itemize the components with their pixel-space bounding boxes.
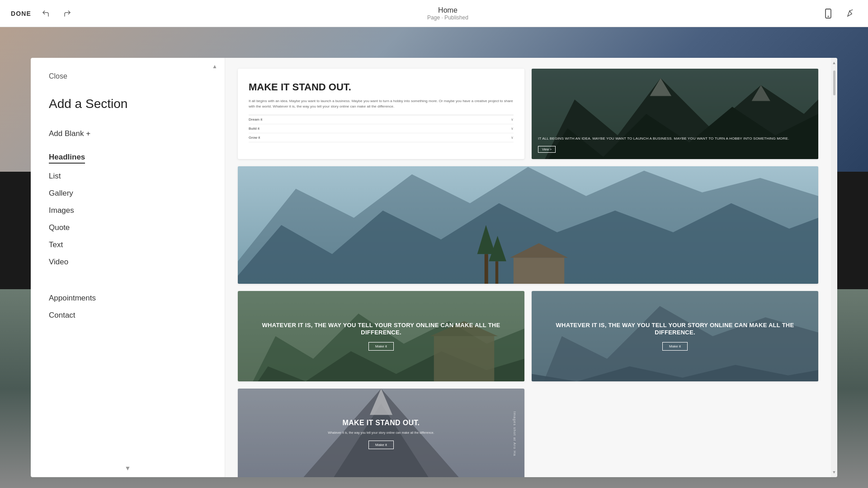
close-button[interactable]: Close: [49, 72, 67, 80]
scrollbar-track[interactable]: ▲ ▼: [831, 58, 837, 477]
card-bl-headline: WHATEVER IT IS, THE WAY YOU TELL YOUR ST…: [541, 322, 809, 336]
preview-content-area[interactable]: MAKE IT STAND OUT. It all begins with an…: [225, 58, 831, 477]
redo-button[interactable]: [60, 6, 75, 21]
preview-card-bottom-right[interactable]: MAKE IT STAND OUT. Whatever it is, the w…: [238, 389, 524, 477]
sidebar-item-appointments[interactable]: Appointments: [49, 294, 207, 303]
add-blank-button[interactable]: Add Blank +: [49, 129, 90, 138]
done-button[interactable]: DONE: [11, 10, 31, 17]
sidebar: ▲ Close Add a Section Add Blank + Headli…: [31, 58, 225, 477]
card-br-content: MAKE IT STAND OUT. Whatever it is, the w…: [238, 389, 524, 477]
card1-row-1-label: Build it: [249, 127, 259, 131]
scrollbar-down-arrow[interactable]: ▼: [832, 470, 836, 474]
sidebar-item-headlines[interactable]: Headlines: [49, 153, 207, 164]
sidebar-item-images[interactable]: Images: [49, 206, 207, 215]
section-type-nav: Headlines List Gallery Images Quote Text…: [49, 153, 207, 320]
card3-headline: WHATEVER IT IS, THE WAY YOU TELL YOUR ST…: [247, 322, 515, 336]
preview-card-3[interactable]: WHATEVER IT IS, THE WAY YOU TELL YOUR ST…: [238, 291, 524, 381]
card1-row-2: Grow it ∨: [249, 133, 514, 142]
scroll-up-arrow: ▲: [212, 63, 217, 70]
edit-icon: [845, 9, 854, 18]
toolbar-center: Home Page · Published: [427, 6, 468, 21]
sidebar-item-list[interactable]: List: [49, 172, 207, 181]
sidebar-item-text[interactable]: Text: [49, 240, 207, 249]
mobile-preview-button[interactable]: [821, 6, 835, 21]
card3-content: WHATEVER IT IS, THE WAY YOU TELL YOUR ST…: [238, 291, 524, 381]
card1-row-2-label: Grow it: [249, 136, 260, 140]
card-br-btn[interactable]: Make it: [368, 441, 394, 449]
preview-card-bottom-left[interactable]: WHATEVER IT IS, THE WAY YOU TELL YOUR ST…: [532, 291, 818, 381]
card1-body: It all begins with an idea. Maybe you wa…: [249, 99, 514, 109]
sidebar-item-quote[interactable]: Quote: [49, 223, 207, 232]
sidebar-item-contact[interactable]: Contact: [49, 311, 207, 320]
card3-btn[interactable]: Make it: [368, 342, 394, 351]
svg-rect-14: [495, 261, 498, 284]
scrollbar-thumb[interactable]: [833, 70, 835, 95]
card1-title: MAKE IT STAND OUT.: [249, 81, 514, 93]
card1-row-0-arrow: ∨: [511, 117, 514, 122]
svg-rect-16: [514, 258, 564, 284]
card2-tagline: IT ALL BEGINS WITH AN IDEA. MAYBE YOU WA…: [538, 136, 812, 141]
page-title: Home: [427, 6, 468, 14]
scroll-down-arrow: ▼: [125, 465, 131, 472]
edit-mode-button[interactable]: [843, 6, 857, 21]
preview-grid: MAKE IT STAND OUT. It all begins with an…: [238, 69, 818, 477]
toolbar-left: DONE: [11, 6, 75, 21]
card2-view-btn[interactable]: View >: [538, 146, 556, 153]
sidebar-item-gallery[interactable]: Gallery: [49, 189, 207, 198]
card-br-subtext: Whatever it is, the way you tell your st…: [328, 431, 434, 435]
preview-card-landscape[interactable]: [238, 166, 818, 284]
svg-rect-12: [485, 254, 488, 284]
undo-button[interactable]: [38, 6, 53, 21]
undo-icon: [42, 9, 50, 18]
card1-accordion: Dream it ∨ Build it ∨ Grow it ∨: [249, 115, 514, 142]
card-br-headline: MAKE IT STAND OUT.: [343, 418, 420, 427]
card1-row-1-arrow: ∨: [511, 127, 514, 131]
card1-row-0-label: Dream it: [249, 117, 262, 122]
card2-overlay: IT ALL BEGINS WITH AN IDEA. MAYBE YOU WA…: [532, 69, 818, 159]
landscape-full-svg: [238, 166, 818, 284]
redo-icon: [63, 9, 71, 18]
mobile-icon: [824, 9, 833, 19]
card-bl-btn[interactable]: Make it: [662, 342, 688, 351]
toolbar-right: [821, 6, 857, 21]
card1-row-2-arrow: ∨: [511, 136, 514, 140]
toolbar: DONE Home Page · Published: [0, 0, 868, 27]
card-bl-content: WHATEVER IT IS, THE WAY YOU TELL YOUR ST…: [532, 291, 818, 381]
add-section-heading: Add a Section: [49, 97, 207, 111]
card1-row-0: Dream it ∨: [249, 115, 514, 124]
page-status: Page · Published: [427, 14, 468, 21]
watermark-text: Images shot at Aro Ha: [513, 411, 517, 456]
sidebar-item-video[interactable]: Video: [49, 258, 207, 267]
sidebar-divider: [49, 275, 207, 286]
preview-card-1[interactable]: MAKE IT STAND OUT. It all begins with an…: [238, 69, 524, 159]
add-section-modal: ▲ Close Add a Section Add Blank + Headli…: [31, 58, 837, 477]
svg-marker-2: [848, 11, 852, 16]
card1-row-1: Build it ∨: [249, 124, 514, 133]
scrollbar-up-arrow[interactable]: ▲: [832, 61, 836, 65]
preview-card-2[interactable]: IT ALL BEGINS WITH AN IDEA. MAYBE YOU WA…: [532, 69, 818, 159]
